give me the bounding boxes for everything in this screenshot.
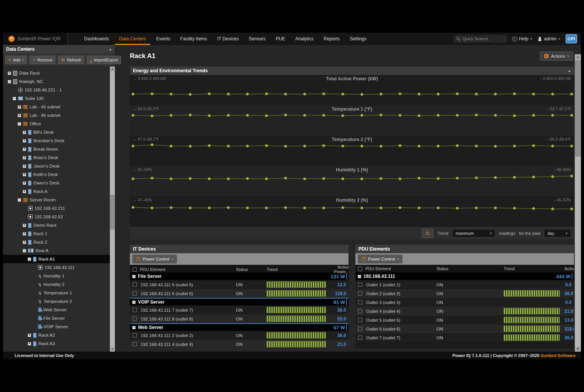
expand-icon[interactable]: + xyxy=(23,139,26,143)
expand-icon[interactable]: + xyxy=(18,114,21,117)
scroll-up-icon[interactable]: ▲ xyxy=(110,66,115,71)
table-row[interactable]: Outlet 5 (outlet 5)ON13.0 xyxy=(355,316,574,324)
expand-icon[interactable]: + xyxy=(23,241,26,244)
nav-item-it-devices[interactable]: IT Devices xyxy=(212,33,244,45)
sidebar-item-temperature-1[interactable]: Temperature 1 xyxy=(3,289,110,297)
expand-icon[interactable]: + xyxy=(23,156,26,159)
nav-item-dashboards[interactable]: Dashboards xyxy=(79,33,114,45)
sunbird-software-link[interactable]: Sunbird Software xyxy=(541,353,576,358)
sidebar-item-brian-s-desk[interactable]: +Brian's Desk xyxy=(3,153,110,162)
sidebar-item-humidity-2[interactable]: Humidity 2 xyxy=(3,280,110,289)
sidebar-item-temperature-2[interactable]: Temperature 2 xyxy=(3,297,110,306)
select-all-checkbox[interactable] xyxy=(133,267,137,272)
sidebar-item-data-rack[interactable]: +Data Rack xyxy=(3,69,110,77)
sidebar-item-rack-a3[interactable]: +Rack A3 xyxy=(3,339,110,348)
row-checkbox[interactable] xyxy=(358,327,362,331)
collapse-up-icon[interactable]: ▲ xyxy=(109,48,112,51)
row-checkbox[interactable] xyxy=(133,342,137,346)
nav-item-pue[interactable]: PUE xyxy=(271,33,290,45)
table-row[interactable]: Outlet 3 (outlet 3)ON0.0 xyxy=(355,298,574,307)
sidebar-item-suite-130[interactable]: -Suite 130 xyxy=(3,94,110,103)
cpi-logo[interactable]: CPI xyxy=(566,34,577,43)
group-row-voip-server[interactable]: -VOIP Server91 W xyxy=(130,298,348,306)
group-row-192-168-43-111[interactable]: -192.168.43.111444 W xyxy=(355,272,574,280)
table-row[interactable]: Outlet 7 (outlet 7)ON36.0 xyxy=(355,333,574,342)
collapse-icon[interactable]: - xyxy=(23,249,26,252)
power-control-button[interactable]: Power Control ▾ xyxy=(132,254,177,264)
collapse-icon[interactable]: - xyxy=(28,257,31,261)
sidebar-scrollbar[interactable]: ▲ ▼ xyxy=(110,66,115,352)
scroll-down-icon[interactable]: ▼ xyxy=(575,346,581,352)
expand-icon[interactable]: + xyxy=(23,164,26,168)
sidebar-item-rack-1[interactable]: +Rack 1 xyxy=(3,229,110,238)
collapse-icon[interactable]: - xyxy=(132,326,136,329)
group-row-web-server[interactable]: -Web Server57 W xyxy=(130,323,348,331)
remove-button[interactable]: −Remove xyxy=(30,56,55,64)
sidebar-item-office[interactable]: -Office xyxy=(3,120,110,128)
brand[interactable]: Sunbird® Power IQ® xyxy=(3,33,68,45)
sidebar-item-file-server[interactable]: File Server xyxy=(3,314,110,322)
row-checkbox[interactable] xyxy=(133,308,137,312)
sidebar-item-demo-rack[interactable]: +Demo Rack xyxy=(3,221,110,229)
table-row[interactable]: Outlet 6 (outlet 6)ON118.0 xyxy=(355,324,574,333)
collapse-icon[interactable]: - xyxy=(132,275,136,278)
collapse-icon[interactable]: - xyxy=(18,198,21,202)
sidebar-item-jason-s-desk[interactable]: +Jason's Desk xyxy=(3,162,110,170)
power-control-button[interactable]: Power Control ▾ xyxy=(358,254,403,264)
sidebar-item-web-server[interactable]: Web Server xyxy=(3,306,110,314)
sidebar-item-192-168-42-211[interactable]: 192.168.42.211 xyxy=(3,204,110,213)
collapse-icon[interactable]: - xyxy=(358,275,361,278)
expand-icon[interactable]: + xyxy=(23,173,26,176)
user-menu[interactable]: admin ▾ xyxy=(538,36,560,42)
table-row[interactable]: 192.168.43.111 5 (outlet 5)ON13.0 xyxy=(130,280,348,289)
expand-icon[interactable]: + xyxy=(8,71,11,75)
row-checkbox[interactable] xyxy=(358,282,362,287)
add-button[interactable]: +Add▾ xyxy=(5,56,27,64)
sidebar-item-lab-43-subnet[interactable]: +Lab - 43 subnet xyxy=(3,103,110,111)
nav-item-facility-items[interactable]: Facility Items xyxy=(175,33,212,45)
nav-item-reports[interactable]: Reports xyxy=(319,33,345,45)
expand-icon[interactable]: + xyxy=(18,105,21,109)
nav-item-sensors[interactable]: Sensors xyxy=(244,33,271,45)
expand-icon[interactable]: + xyxy=(28,334,31,337)
table-row[interactable]: Outlet 4 (outlet 4)ON21.0 xyxy=(355,307,574,316)
collapse-icon[interactable]: - xyxy=(13,97,16,100)
row-checkbox[interactable] xyxy=(358,291,362,296)
time-range-select[interactable]: day ▾ xyxy=(544,229,571,238)
scrollbar-thumb[interactable] xyxy=(575,60,581,156)
sidebar-item-humidity-1[interactable]: Humidity 1 xyxy=(3,272,110,280)
row-checkbox[interactable] xyxy=(133,291,137,296)
trend-type-select[interactable]: maximum ▾ xyxy=(452,229,495,238)
collapse-icon[interactable]: - xyxy=(18,122,21,126)
expand-icon[interactable]: + xyxy=(23,232,26,236)
sidebar-item-server-room[interactable]: -Server Room xyxy=(3,196,110,204)
refresh-button[interactable]: ↻Refresh xyxy=(58,56,84,64)
table-row[interactable]: 192.168.43.111 8 (outlet 8)ON55.0 xyxy=(130,314,348,323)
nav-item-events[interactable]: Events xyxy=(151,33,175,45)
help-menu[interactable]: ? Help ▾ xyxy=(512,36,532,42)
sidebar-item-keith-s-desk[interactable]: +Keith's Desk xyxy=(3,170,110,179)
row-checkbox[interactable] xyxy=(133,333,137,337)
sidebar-item-raleigh-nc[interactable]: -Raleigh, NC xyxy=(3,77,110,86)
collapse-icon[interactable]: - xyxy=(132,301,136,304)
sidebar-item-192-168-46-221-1[interactable]: 192.168.46.221 - 1 xyxy=(3,86,110,94)
scroll-up-icon[interactable]: ▲ xyxy=(575,54,581,60)
expand-icon[interactable]: + xyxy=(23,131,26,134)
nav-item-settings[interactable]: Settings xyxy=(345,33,371,45)
table-row[interactable]: 192.168.43.111 2 (outlet 2)ON36.0 xyxy=(130,331,348,340)
row-checkbox[interactable] xyxy=(358,336,362,340)
collapse-icon[interactable]: - xyxy=(8,80,11,83)
table-row[interactable]: 192.168.43.111 4 (outlet 4)ON21.0 xyxy=(130,340,348,349)
sidebar-item-break-room[interactable]: +Break Room xyxy=(3,145,110,153)
sidebar-item-rack-a2[interactable]: +Rack A2 xyxy=(3,331,110,339)
table-row[interactable]: Outlet 1 (outlet 1)ON0.0 xyxy=(355,280,574,289)
row-checkbox[interactable] xyxy=(133,282,137,287)
collapse-up-icon[interactable]: ▲ xyxy=(568,69,571,73)
expand-icon[interactable]: + xyxy=(23,181,26,185)
sidebar-item-voip-server[interactable]: VOIP Server xyxy=(3,322,110,331)
row-checkbox[interactable] xyxy=(358,309,362,313)
expand-icon[interactable]: + xyxy=(23,148,26,151)
sidebar-item-bill-s-desk[interactable]: +Bill's Desk xyxy=(3,128,110,136)
sidebar-item-rack-a[interactable]: +Rack A xyxy=(3,187,110,196)
main-scrollbar[interactable]: ▲ ▼ xyxy=(575,54,581,352)
